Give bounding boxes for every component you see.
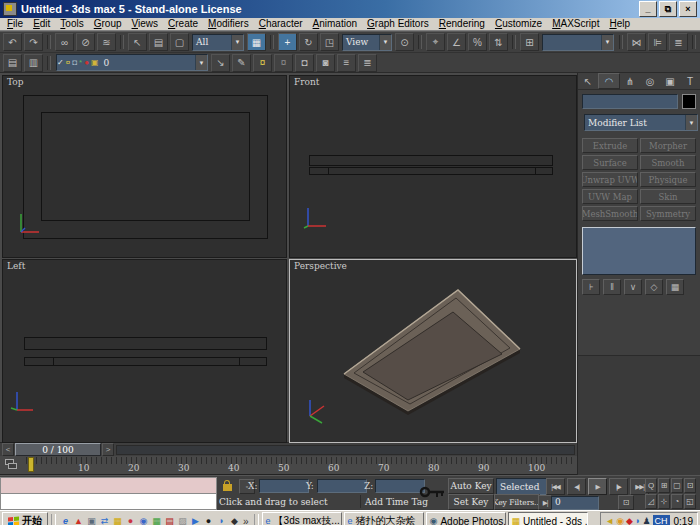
menu-customize[interactable]: Customize bbox=[490, 18, 547, 30]
selection-filter-dropdown-arrow-icon[interactable]: ▼ bbox=[231, 35, 243, 50]
menu-edit[interactable]: Edit bbox=[28, 18, 55, 30]
menu-character[interactable]: Character bbox=[254, 18, 308, 30]
frame-marker[interactable] bbox=[28, 457, 34, 472]
menu-animation[interactable]: Animation bbox=[308, 18, 362, 30]
menu-rendering[interactable]: Rendering bbox=[434, 18, 490, 30]
maxscript-mini-listener[interactable] bbox=[0, 493, 217, 510]
modifier-button-morpher[interactable]: Morpher bbox=[640, 138, 696, 153]
acrobat-icon[interactable]: ▲ bbox=[72, 516, 85, 525]
new-layer-icon[interactable]: ▥ bbox=[24, 54, 43, 72]
create-tab-icon[interactable]: ↖ bbox=[578, 73, 598, 89]
open-mini-listener-icon[interactable] bbox=[5, 459, 17, 469]
layer-list-icon[interactable]: ▤ bbox=[3, 54, 22, 72]
align-icon[interactable]: ⊫ bbox=[648, 33, 667, 51]
red-book-icon[interactable]: ▤ bbox=[163, 516, 176, 525]
hierarchy-tab-icon[interactable]: ⋔ bbox=[620, 73, 640, 89]
arc-rotate-icon[interactable]: ◔ bbox=[671, 494, 683, 509]
menu-modifiers[interactable]: Modifiers bbox=[203, 18, 254, 30]
undo-icon[interactable]: ↶ bbox=[3, 33, 22, 51]
layer-dropdown-arrow-icon[interactable]: ▼ bbox=[195, 55, 207, 70]
motion-tab-icon[interactable]: ◎ bbox=[640, 73, 660, 89]
modifier-button-symmetry[interactable]: Symmetry bbox=[640, 206, 696, 221]
selection-filter-dropdown[interactable]: All▼ bbox=[192, 34, 244, 51]
time-slider-track[interactable] bbox=[116, 445, 575, 455]
show-end-result-icon[interactable]: ‖ bbox=[603, 279, 621, 295]
menu-help[interactable]: Help bbox=[604, 18, 635, 30]
modifier-button-surface[interactable]: Surface bbox=[582, 155, 638, 170]
photo-viewer-icon[interactable]: ▣ bbox=[85, 516, 98, 525]
named-selection-sets-dropdown[interactable]: ▼ bbox=[542, 34, 614, 51]
auto-key-button[interactable]: Auto Key bbox=[448, 478, 494, 494]
green-app-icon[interactable]: ▦ bbox=[150, 516, 163, 525]
make-unique-icon[interactable]: ∨ bbox=[624, 279, 642, 295]
layer-on-icon[interactable]: ¤ bbox=[253, 54, 272, 72]
menu-graph-editors[interactable]: Graph Editors bbox=[362, 18, 434, 30]
bind-to-space-warp-icon[interactable]: ≋ bbox=[97, 33, 116, 51]
current-frame-field[interactable]: 0 bbox=[551, 496, 599, 510]
viewport-front-label[interactable]: Front bbox=[294, 77, 319, 87]
volume-icon[interactable]: ◄ bbox=[605, 516, 614, 525]
snap-toggle-icon[interactable]: ⌖ bbox=[426, 33, 445, 51]
viewport-left-label[interactable]: Left bbox=[7, 261, 25, 271]
start-button[interactable]: 开始 bbox=[2, 512, 48, 525]
y-coordinate-field[interactable] bbox=[317, 479, 367, 493]
next-frame-icon[interactable]: |▶ bbox=[609, 478, 628, 495]
select-object-icon[interactable]: ↖ bbox=[128, 33, 147, 51]
im-icon[interactable]: ◉ bbox=[616, 516, 624, 525]
named-selection-sets-dropdown-arrow-icon[interactable]: ▼ bbox=[601, 35, 613, 50]
play-icon[interactable]: ▶ bbox=[588, 478, 607, 495]
angle-snap-icon[interactable]: ∠ bbox=[447, 33, 466, 51]
zoom-extents-all-icon[interactable]: ⊡ bbox=[684, 478, 696, 493]
ie-icon[interactable]: e bbox=[59, 516, 72, 525]
chat-icon[interactable]: ◗ bbox=[635, 516, 640, 525]
close-button[interactable]: × bbox=[679, 1, 697, 17]
key-filters-button[interactable]: Key Filters... bbox=[494, 494, 540, 510]
x-coordinate-field[interactable] bbox=[259, 479, 309, 493]
percent-snap-icon[interactable]: % bbox=[468, 33, 487, 51]
select-and-link-icon[interactable]: ∞ bbox=[55, 33, 74, 51]
task-photoshop[interactable]: ◉Adobe Photos... bbox=[426, 512, 506, 525]
balloon-icon[interactable]: ● bbox=[124, 516, 137, 525]
min-max-toggle-icon[interactable]: ◱ bbox=[684, 494, 696, 509]
spinner-snap-icon[interactable]: ⇅ bbox=[489, 33, 508, 51]
viewport-top-label[interactable]: Top bbox=[7, 77, 23, 87]
menu-views[interactable]: Views bbox=[127, 18, 164, 30]
set-key-button[interactable]: Set Key bbox=[448, 494, 494, 510]
language-indicator[interactable]: CH bbox=[653, 515, 670, 525]
layer-dropdown[interactable]: ✓¤◘*●▣0▼ bbox=[56, 54, 208, 71]
max-quicklaunch-icon[interactable]: ▦ bbox=[111, 516, 124, 525]
mirror-icon[interactable]: ⋈ bbox=[627, 33, 646, 51]
restore-button[interactable]: ⧉ bbox=[659, 1, 677, 17]
window-crossing-icon[interactable]: ▦ bbox=[247, 33, 266, 51]
viewport-top[interactable]: Top bbox=[2, 75, 287, 258]
qq-icon[interactable]: ● bbox=[202, 516, 215, 525]
media-player-icon[interactable]: ◉ bbox=[137, 516, 150, 525]
select-and-rotate-icon[interactable]: ↻ bbox=[299, 33, 318, 51]
unlock-layer-icon[interactable]: ◙ bbox=[316, 54, 335, 72]
viewport-left[interactable]: Left bbox=[2, 259, 287, 443]
messenger-icon[interactable]: ◗ bbox=[215, 516, 228, 525]
menu-create[interactable]: Create bbox=[163, 18, 203, 30]
unlink-selection-icon[interactable]: ⊘ bbox=[76, 33, 95, 51]
modifier-button-unwrap-uvw[interactable]: Unwrap UVW bbox=[582, 172, 638, 187]
time-slider-next-icon[interactable]: > bbox=[102, 443, 114, 456]
zoom-all-icon[interactable]: ⊞ bbox=[658, 478, 670, 493]
display-tab-icon[interactable]: ▣ bbox=[660, 73, 680, 89]
gray-app-icon[interactable]: ▨ bbox=[176, 516, 189, 525]
modifier-button-uvw-map[interactable]: UVW Map bbox=[582, 189, 638, 204]
time-configuration-icon[interactable]: ⊡ bbox=[618, 495, 634, 510]
modifier-button-meshsmooth[interactable]: MeshSmooth bbox=[582, 206, 638, 221]
select-by-name-icon[interactable]: ▤ bbox=[149, 33, 168, 51]
redo-icon[interactable]: ↷ bbox=[24, 33, 43, 51]
key-mode-toggle-icon[interactable]: ▶| bbox=[538, 495, 552, 510]
task-zhupu-page[interactable]: e猪扑的大杂烩 bbox=[344, 512, 424, 525]
reference-coordinate-dropdown[interactable]: View▼ bbox=[342, 34, 392, 51]
configure-modifier-sets-icon[interactable]: ▦ bbox=[666, 279, 684, 295]
utilities-tab-icon[interactable]: T bbox=[680, 73, 700, 89]
antivirus-icon[interactable]: ◆ bbox=[626, 516, 633, 525]
time-slider-prev-icon[interactable]: < bbox=[2, 443, 14, 456]
pan-icon[interactable]: ⊹ bbox=[658, 494, 670, 509]
viewport-front[interactable]: Front bbox=[289, 75, 577, 258]
selection-lock-icon[interactable] bbox=[223, 484, 232, 491]
select-objects-in-layer-icon[interactable]: ↘ bbox=[211, 54, 230, 72]
